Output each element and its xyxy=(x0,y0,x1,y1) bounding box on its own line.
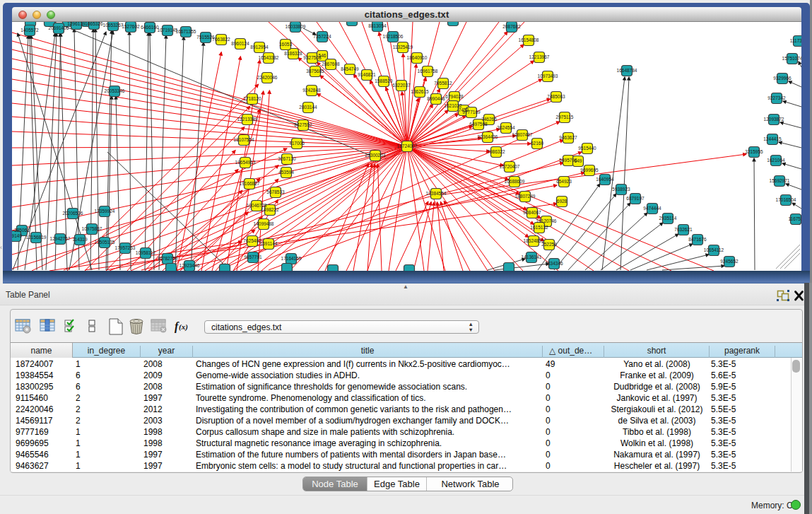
svg-text:16154808: 16154808 xyxy=(519,37,539,42)
svg-text:9474444: 9474444 xyxy=(643,206,661,211)
svg-text:20364436: 20364436 xyxy=(478,134,498,139)
svg-text:16648784: 16648784 xyxy=(617,68,637,73)
svg-text:1691144: 1691144 xyxy=(260,241,278,246)
svg-text:453594: 453594 xyxy=(278,170,294,175)
svg-text:16671355: 16671355 xyxy=(176,29,196,34)
svg-text:25300203: 25300203 xyxy=(365,153,386,158)
svg-text:1527602: 1527602 xyxy=(122,24,140,29)
svg-text:6466160: 6466160 xyxy=(141,25,159,30)
svg-text:7986322: 7986322 xyxy=(487,149,505,154)
svg-text:7625402: 7625402 xyxy=(243,238,261,243)
svg-text:19218506: 19218506 xyxy=(383,34,404,39)
svg-text:10807487: 10807487 xyxy=(512,132,533,137)
svg-text:1405572: 1405572 xyxy=(20,28,39,33)
svg-text:9084067: 9084067 xyxy=(523,210,541,215)
svg-text:6928: 6928 xyxy=(557,199,567,204)
svg-text:12213967: 12213967 xyxy=(529,54,550,59)
svg-text:7955812: 7955812 xyxy=(434,81,452,86)
svg-text:9657791: 9657791 xyxy=(244,255,262,259)
svg-text:(x): (x) xyxy=(179,322,188,332)
svg-text:3875685: 3875685 xyxy=(306,69,324,74)
svg-text:6794028: 6794028 xyxy=(445,94,464,99)
svg-text:1065326: 1065326 xyxy=(85,22,103,26)
svg-text:9463627: 9463627 xyxy=(559,135,577,140)
svg-text:10958117: 10958117 xyxy=(136,250,156,255)
svg-text:546: 546 xyxy=(319,53,326,58)
svg-text:39149: 39149 xyxy=(12,233,22,238)
svg-text:1615132: 1615132 xyxy=(530,225,548,230)
svg-text:2867608: 2867608 xyxy=(322,62,340,66)
svg-text:7632621: 7632621 xyxy=(674,227,693,232)
svg-text:385061: 385061 xyxy=(14,228,30,233)
svg-text:16961758: 16961758 xyxy=(418,69,438,74)
svg-text:8990448: 8990448 xyxy=(427,96,445,101)
svg-text:8960124: 8960124 xyxy=(231,41,249,46)
svg-text:3267130: 3267130 xyxy=(278,156,296,161)
svg-text:1640954: 1640954 xyxy=(596,177,614,182)
svg-text:1296139: 1296139 xyxy=(67,22,86,26)
svg-text:16120746: 16120746 xyxy=(536,218,557,223)
svg-text:9245652: 9245652 xyxy=(720,259,739,264)
svg-text:12213389: 12213389 xyxy=(237,117,258,122)
svg-text:9699695: 9699695 xyxy=(580,168,599,173)
svg-text:9777169: 9777169 xyxy=(462,110,481,115)
svg-text:649: 649 xyxy=(575,158,582,163)
svg-text:6322037: 6322037 xyxy=(392,83,411,88)
svg-text:2935114: 2935114 xyxy=(659,216,677,221)
svg-text:5938923: 5938923 xyxy=(612,187,630,192)
svg-text:116753: 116753 xyxy=(788,216,801,221)
svg-text:16053: 16053 xyxy=(279,42,292,47)
svg-text:1117304: 1117304 xyxy=(790,38,801,43)
svg-text:2975115: 2975115 xyxy=(556,115,574,119)
svg-text:8813054: 8813054 xyxy=(368,23,387,28)
svg-text:8471676: 8471676 xyxy=(688,237,707,242)
svg-text:9227342: 9227342 xyxy=(767,95,786,100)
svg-text:7663822: 7663822 xyxy=(212,37,230,42)
svg-text:19166827: 19166827 xyxy=(240,181,260,186)
svg-text:1244415: 1244415 xyxy=(763,136,782,141)
svg-text:3624554: 3624554 xyxy=(497,125,515,130)
svg-text:8427552: 8427552 xyxy=(294,122,312,127)
svg-text:1362615: 1362615 xyxy=(411,89,429,94)
svg-text:9146821: 9146821 xyxy=(358,72,376,77)
svg-text:18724007: 18724007 xyxy=(397,144,418,148)
svg-text:17359924: 17359924 xyxy=(95,209,115,214)
svg-text:746266: 746266 xyxy=(481,117,497,122)
svg-text:1498222: 1498222 xyxy=(261,207,279,212)
svg-text:1621064: 1621064 xyxy=(767,158,785,163)
svg-text:7485063: 7485063 xyxy=(547,94,565,99)
svg-text:10688609: 10688609 xyxy=(505,179,525,184)
svg-text:6497568: 6497568 xyxy=(469,122,488,127)
svg-text:15692971: 15692971 xyxy=(770,178,790,183)
svg-text:62160: 62160 xyxy=(531,141,543,146)
svg-text:417006: 417006 xyxy=(289,141,305,146)
svg-text:2087682: 2087682 xyxy=(502,24,521,29)
svg-text:12505135: 12505135 xyxy=(95,240,115,245)
svg-text:2803144: 2803144 xyxy=(299,105,317,110)
svg-text:1588520: 1588520 xyxy=(375,78,393,83)
svg-text:3215955: 3215955 xyxy=(745,149,763,154)
svg-text:22420046: 22420046 xyxy=(257,75,278,80)
svg-text:12156819: 12156819 xyxy=(26,235,47,240)
svg-text:5678533: 5678533 xyxy=(266,189,285,194)
svg-text:10654112: 10654112 xyxy=(704,247,724,252)
svg-text:2718120: 2718120 xyxy=(243,96,261,101)
svg-text:9515440: 9515440 xyxy=(578,146,596,151)
svg-text:15751074: 15751074 xyxy=(782,56,801,61)
svg-text:16543382: 16543382 xyxy=(259,55,279,60)
svg-text:6879197: 6879197 xyxy=(626,196,645,201)
svg-text:16782759: 16782759 xyxy=(158,256,178,261)
svg-text:10975867: 10975867 xyxy=(82,226,102,231)
svg-text:15720407: 15720407 xyxy=(500,164,520,169)
svg-text:18807249: 18807249 xyxy=(515,194,536,199)
svg-text:9329966: 9329966 xyxy=(773,76,792,81)
svg-text:12093872: 12093872 xyxy=(764,117,784,122)
svg-text:14099488: 14099488 xyxy=(254,221,274,226)
svg-text:19384554: 19384554 xyxy=(426,191,447,196)
svg-text:18107554: 18107554 xyxy=(234,137,254,142)
svg-text:8912954: 8912954 xyxy=(250,45,269,49)
svg-text:12942757: 12942757 xyxy=(50,236,71,241)
svg-text:11325419: 11325419 xyxy=(393,45,413,49)
svg-text:252254: 252254 xyxy=(541,242,557,247)
svg-text:20206536: 20206536 xyxy=(63,211,83,216)
